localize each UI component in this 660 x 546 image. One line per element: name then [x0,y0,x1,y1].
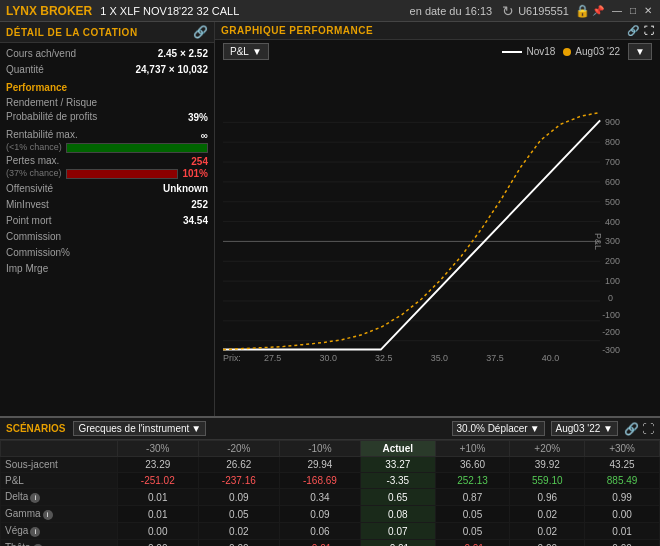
cell-value: 23.29 [117,457,198,473]
svg-text:0: 0 [608,293,613,303]
instrument-label: 1 X XLF NOV18'22 32 CALL [100,5,409,17]
pertes-bar [66,169,179,179]
minimize-icon[interactable]: — [610,5,624,16]
cell-value: 0.00 [510,540,585,547]
quantite-value: 24,737 × 10,032 [135,64,208,75]
rentabilite-label: Rentabilité max. [6,129,78,140]
cell-value: -168.69 [279,473,360,489]
col-minus10: -10% [279,441,360,457]
cell-value: 0.87 [435,489,510,506]
chart-maximize-icon[interactable]: ⛶ [644,25,655,36]
right-panel: GRAPHIQUE PERFORMANCE 🔗 ⛶ P&L ▼ Nov18 Au… [215,22,660,416]
rendement-label: Rendement / Risque [6,97,97,108]
cell-value: 0.02 [198,523,279,540]
performance-title: Performance [0,79,214,94]
pertes-value: 254 [178,156,208,167]
cell-value: -251.02 [117,473,198,489]
pl-dropdown[interactable]: P&L ▼ [223,43,269,60]
scenarios-right: 30.0% Déplacer ▼ Aug03 '22 ▼ 🔗 ⛶ [452,421,654,436]
cell-value: 0.00 [585,506,660,523]
legend-nov18-line [502,51,522,53]
refresh-icon[interactable]: ↻ [502,3,514,19]
pertes-bar-row: Pertes max. 254 (37% chance) 101% [0,154,214,180]
cell-value: 36.60 [435,457,510,473]
left-panel-header: DÉTAIL DE LA COTATION 🔗 [0,22,214,43]
bottom-panel: SCÉNARIOS Grecques de l'instrument ▼ 30.… [0,416,660,546]
svg-text:40.0: 40.0 [542,353,559,363]
legend-dropdown-arrow: ▼ [635,46,645,57]
cell-value: 0.08 [360,506,435,523]
svg-text:Prix:: Prix: [223,353,241,363]
title-bar: LYNX BROKER 1 X XLF NOV18'22 32 CALL en … [0,0,660,22]
cell-value: 0.07 [360,523,435,540]
date-arrow: ▼ [603,423,613,434]
svg-text:200: 200 [605,256,620,266]
svg-text:600: 600 [605,177,620,187]
col-actual: Actuel [360,441,435,457]
left-panel-title: DÉTAIL DE LA COTATION [6,27,138,38]
deplacer-dropdown[interactable]: 30.0% Déplacer ▼ [452,421,545,436]
cell-value: 39.92 [510,457,585,473]
cell-value: 0.00 [117,523,198,540]
pl-dropdown-arrow: ▼ [252,46,262,57]
svg-text:32.5: 32.5 [375,353,392,363]
rendement-row: Rendement / Risque [0,94,214,110]
left-panel: DÉTAIL DE LA COTATION 🔗 Cours ach/vend 2… [0,22,215,416]
scenarios-link-icon[interactable]: 🔗 [624,422,639,436]
legend-dropdown[interactable]: ▼ [628,43,652,60]
quantite-label: Quantité [6,64,44,75]
table-row: P&L-251.02-237.16-168.69-3.35252.13559.1… [1,473,660,489]
table-row: Végai0.000.020.060.070.050.020.01 [1,523,660,540]
scenarios-title: SCÉNARIOS [6,423,65,434]
impmrge-label: Imp Mrge [6,263,48,274]
maximize-icon[interactable]: □ [628,5,638,16]
cell-value: 43.25 [585,457,660,473]
rentabilite-chance: (<1% chance) [6,142,62,152]
scenarios-header-row: -30% -20% -10% Actuel +10% +20% +30% [1,441,660,457]
cell-value: -237.16 [198,473,279,489]
row-label: Deltai [1,489,118,506]
chart-controls: P&L ▼ Nov18 Aug03 '22 ▼ [215,40,660,63]
scenarios-icons: 🔗 ⛶ [624,422,654,436]
cell-value: -3.35 [360,473,435,489]
deplacer-label: 30.0% Déplacer [457,423,528,434]
offensite-label: Offensivité [6,183,53,194]
pin-icon[interactable]: 📌 [590,5,606,16]
cell-value: 885.49 [585,473,660,489]
cell-value: 0.34 [279,489,360,506]
table-row: Thêtai0.000.00-0.01-0.01-0.010.000.00 [1,540,660,547]
cell-value: 0.09 [198,489,279,506]
svg-text:500: 500 [605,197,620,207]
chart-link-icon[interactable]: 🔗 [627,25,640,36]
info-icon[interactable]: i [30,493,40,503]
legend-aug03: Aug03 '22 [563,46,620,57]
scenarios-header: SCÉNARIOS Grecques de l'instrument ▼ 30.… [0,418,660,440]
cell-value: 0.05 [435,523,510,540]
svg-text:27.5: 27.5 [264,353,281,363]
cell-value: 252.13 [435,473,510,489]
cell-value: -0.01 [360,540,435,547]
cours-value: 2.45 × 2.52 [158,48,208,59]
grecques-dropdown[interactable]: Grecques de l'instrument ▼ [73,421,206,436]
cotation-section: Cours ach/vend 2.45 × 2.52 Quantité 24,7… [0,43,214,79]
cell-value: 0.02 [510,506,585,523]
svg-text:-300: -300 [602,345,620,355]
svg-text:-100: -100 [602,310,620,320]
cell-value: 0.05 [435,506,510,523]
cell-value: 0.99 [585,489,660,506]
pertes-label: Pertes max. [6,155,59,166]
cell-value: 0.96 [510,489,585,506]
col-minus30: -30% [117,441,198,457]
scenarios-maximize-icon[interactable]: ⛶ [642,422,654,436]
cell-value: -0.01 [279,540,360,547]
link-icon[interactable]: 🔗 [193,25,209,39]
close-icon[interactable]: ✕ [642,5,654,16]
cell-value: 0.09 [279,506,360,523]
lock-icon[interactable]: 🔒 [575,4,590,18]
deplacer-arrow: ▼ [530,423,540,434]
date-dropdown[interactable]: Aug03 '22 ▼ [551,421,618,436]
row-label: P&L [1,473,118,489]
cell-value: 0.02 [510,523,585,540]
info-icon[interactable]: i [43,510,53,520]
info-icon[interactable]: i [30,527,40,537]
